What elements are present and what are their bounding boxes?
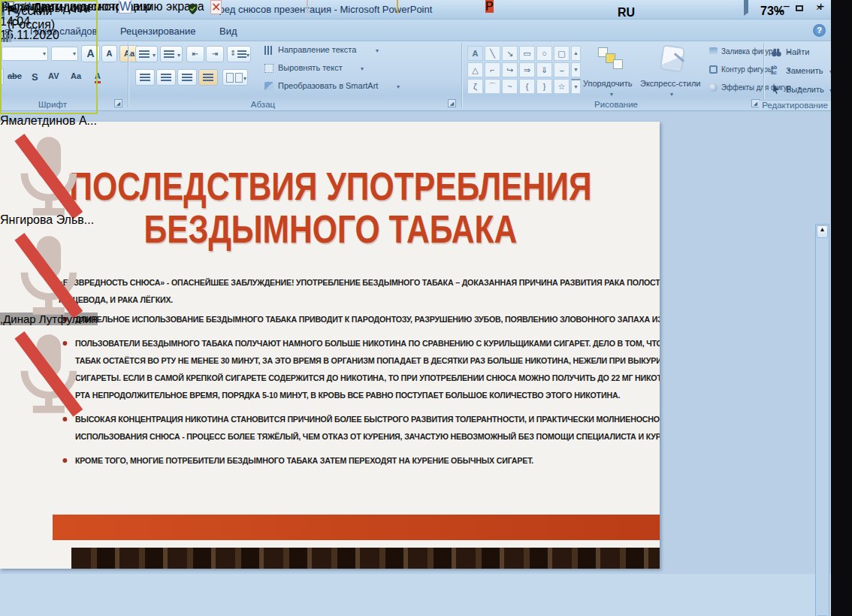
shape-outline-icon	[709, 65, 718, 74]
shape-fill-icon	[709, 47, 718, 56]
chevron-down-icon: ▾	[177, 52, 180, 59]
shape-right-brace-icon[interactable]: }	[536, 79, 552, 94]
shape-curve-icon[interactable]: ⌒	[485, 79, 500, 94]
shape-triangle-icon[interactable]: △	[467, 62, 483, 77]
increase-indent-button[interactable]: ⇥	[206, 46, 224, 62]
taskbar-app-close-x[interactable]: ✕	[210, 0, 222, 14]
align-right-button[interactable]	[177, 69, 197, 86]
slideshow-view-button[interactable]	[744, 0, 748, 14]
group-separator	[763, 43, 764, 107]
help-icon[interactable]: ?	[813, 24, 826, 37]
taskbar-app-powerpoint[interactable]: P	[485, 0, 494, 14]
tray-language-indicator[interactable]: RU	[618, 6, 635, 20]
chevron-down-icon: ▾	[361, 65, 364, 72]
binoculars-icon	[771, 47, 782, 58]
zoom-in-button[interactable]: +	[817, 0, 824, 14]
shape-rounded-rect-icon[interactable]: ▢	[554, 46, 570, 61]
shape-freeform-icon[interactable]: ~	[502, 79, 518, 94]
quick-styles-icon	[657, 44, 690, 76]
ribbon-tab-row: я Показ слайдов Рецензирование Вид ?	[0, 20, 831, 41]
bullets-button[interactable]: ▾	[135, 46, 158, 62]
group-separator	[461, 43, 462, 107]
participant-name: Янгирова Эльв...	[0, 213, 98, 227]
align-center-button[interactable]	[156, 69, 176, 86]
columns-button[interactable]: ▾	[222, 69, 248, 86]
shape-right-arrow-icon[interactable]: ⇒	[519, 62, 535, 77]
ppt-canvas: ПОСЛЕДСТВИЯ УПОТРЕБЛЕНИЯ БЕЗДЫМНОГО ТАБА…	[0, 111, 831, 574]
cursor-arrow-icon	[771, 84, 781, 95]
participant-tile-screenshare[interactable]: ,Динар Лутфуллин	[0, 313, 98, 412]
chevron-down-icon: ▾	[670, 91, 673, 98]
align-left-button[interactable]	[135, 69, 155, 86]
shape-left-brace-icon[interactable]: {	[519, 79, 535, 94]
mic-muted-icon	[0, 227, 98, 325]
zoom-out-button[interactable]: −	[783, 0, 790, 14]
participant-tile[interactable]: Янгирова Эльв...	[0, 213, 98, 313]
zoom-participants-panel: Неля Давыдова Ямалетдинов А... Янгирова …	[0, 0, 98, 412]
justify-button[interactable]	[198, 69, 218, 86]
participant-tile[interactable]: Ямалетдинов А...	[0, 114, 98, 213]
slide-bullet: ПОЛЬЗОВАТЕЛИ БЕЗДЫМНОГО ТАБАКА ПОЛУЧАЮТ …	[75, 335, 660, 404]
chevron-down-icon: ▾	[246, 52, 249, 59]
ribbon: ▾ ▾ А А Аа abc S AV Аа А Шрифт ◢ ▾ ▾ ⇤ ⇥…	[0, 41, 831, 111]
shapes-scroll-down[interactable]: ▼	[571, 62, 581, 77]
chevron-down-icon: ▾	[829, 87, 831, 94]
shape-textbox-icon[interactable]: А	[467, 46, 483, 61]
shape-elbow-arrow-icon[interactable]: ↪	[502, 62, 518, 77]
shape-effects-icon	[709, 83, 718, 92]
participant-tile-video[interactable]: Неля Давыдова	[0, 0, 98, 114]
participant-name: Неля Давыдова	[2, 2, 96, 15]
chevron-down-icon: ▾	[610, 91, 613, 98]
slide-intro-paragraph: «БЕЗВРЕДНОСТЬ СНЮСА» - ОПАСНЕЙШЕЕ ЗАБЛУЖ…	[59, 274, 660, 309]
participant-name: ,Динар Лутфуллин	[0, 313, 98, 325]
shape-star-icon[interactable]: ☆	[554, 79, 570, 94]
vertical-scrollbar[interactable]: ▲ ▼ ▲ ▼	[815, 224, 829, 616]
paragraph-group-label: Абзац	[233, 100, 293, 109]
group-separator	[128, 43, 128, 107]
shape-elbow-icon[interactable]: ⌐	[485, 62, 500, 77]
shapes-scroll-up[interactable]: ▲	[571, 46, 581, 61]
shape-oval-icon[interactable]: ○	[536, 46, 552, 61]
shape-arrow-icon[interactable]: ↘	[502, 46, 518, 61]
tab-view[interactable]: Вид	[215, 24, 242, 38]
line-spacing-button[interactable]: ⇕▾	[227, 46, 251, 62]
shape-rectangle-icon[interactable]: ▭	[519, 46, 535, 61]
mic-muted-icon	[0, 128, 98, 225]
shapes-more-button[interactable]: ▼	[571, 79, 581, 94]
slide-photo-strip	[71, 548, 660, 569]
shape-scribble-icon[interactable]: ζ	[467, 79, 483, 94]
restore-button[interactable]	[790, 2, 808, 15]
numbering-button[interactable]: ▾	[160, 46, 183, 62]
arrange-icon	[594, 46, 631, 76]
taskbar-app-folder[interactable]	[397, 0, 398, 14]
decrease-indent-button[interactable]: ⇤	[186, 46, 204, 62]
slide-bullet: КРОМЕ ТОГО, МНОГИЕ ПОТРЕБИТЕЛИ БЕЗДЫМНОГ…	[75, 452, 660, 470]
shape-arc-icon[interactable]: ⌣	[554, 62, 570, 77]
mic-muted-icon	[0, 325, 98, 423]
smartart-icon	[264, 82, 273, 91]
chevron-down-icon: ▾	[829, 68, 831, 75]
paragraph-dialog-launcher-icon[interactable]: ◢	[448, 99, 456, 107]
tab-review[interactable]: Рецензирование	[116, 24, 200, 38]
taskbar-app-word[interactable]: W	[119, 0, 131, 14]
zoom-level[interactable]: 73%	[760, 5, 784, 18]
arrange-button[interactable]: Упорядочить	[583, 79, 632, 88]
shape-down-arrow-icon[interactable]: ⇓	[536, 62, 552, 77]
slide-bullet-list: ДЛИТЕЛЬНОЕ ИСПОЛЬЗОВАНИЕ БЕЗДЫМНОГО ТАБА…	[75, 311, 660, 476]
text-direction-icon	[264, 46, 273, 55]
quick-styles-button[interactable]: Экспресс-стили	[640, 79, 700, 88]
slide[interactable]: ПОСЛЕДСТВИЯ УПОТРЕБЛЕНИЯ БЕЗДЫМНОГО ТАБА…	[0, 122, 660, 569]
shrink-font-button[interactable]: А	[101, 45, 117, 62]
font-dialog-launcher-icon[interactable]: ◢	[114, 99, 122, 107]
drawing-group-label: Рисование	[579, 100, 654, 109]
slide-accent-band	[53, 515, 660, 540]
taskbar-app-notes[interactable]	[307, 0, 308, 14]
replace-icon: abac	[771, 65, 777, 75]
shape-line-icon[interactable]: ╲	[485, 46, 500, 61]
align-text-icon	[264, 64, 273, 73]
chevron-down-icon: ▾	[243, 75, 246, 82]
slide-title: ПОСЛЕДСТВИЯ УПОТРЕБЛЕНИЯ БЕЗДЫМНОГО ТАБА…	[23, 165, 639, 251]
scroll-up-icon[interactable]: ▲	[817, 225, 828, 238]
participant-name: Ямалетдинов А...	[0, 114, 98, 128]
shield-check-icon	[187, 3, 198, 15]
